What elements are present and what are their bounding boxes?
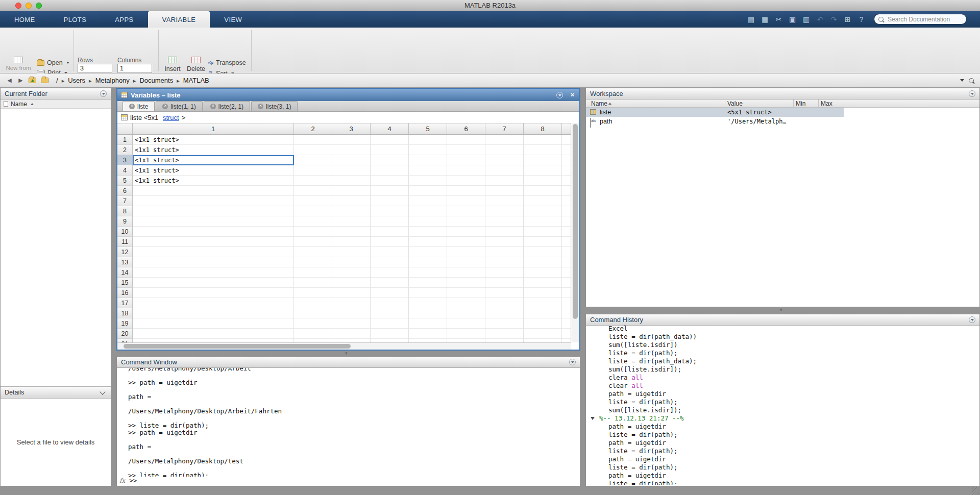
history-entry[interactable]: path = uigetdir xyxy=(586,472,978,480)
grid-cell[interactable] xyxy=(485,196,524,206)
grid-row-header[interactable]: 3 xyxy=(117,155,133,165)
variables-titlebar[interactable]: Variables – liste xyxy=(117,89,579,101)
grid-row-header[interactable]: 9 xyxy=(117,216,133,227)
grid-cell[interactable] xyxy=(133,278,294,288)
grid-cell[interactable] xyxy=(332,227,371,237)
grid-column-header[interactable]: 4 xyxy=(371,123,409,134)
grid-cell[interactable] xyxy=(485,237,524,247)
history-timestamp[interactable]: %-- 13.12.13 21:27 --% xyxy=(586,414,978,423)
grid-cell[interactable] xyxy=(485,247,524,257)
grid-cell[interactable] xyxy=(371,247,409,257)
paste-icon[interactable]: ▥ xyxy=(802,15,811,23)
close-tab-icon[interactable] xyxy=(210,104,216,109)
grid-row-header[interactable]: 1 xyxy=(117,135,133,145)
current-folder-list[interactable] xyxy=(1,109,111,386)
breadcrumb-segment[interactable]: MATLAB xyxy=(183,77,209,84)
grid-cell[interactable] xyxy=(447,257,485,267)
grid-cell[interactable] xyxy=(524,298,562,308)
grid-cell[interactable] xyxy=(294,267,332,278)
grid-cell[interactable] xyxy=(485,257,524,267)
tab-plots[interactable]: PLOTS xyxy=(50,11,101,28)
grid-cell[interactable] xyxy=(524,176,562,186)
function-hints-icon[interactable]: fx xyxy=(119,477,125,484)
grid-row-header[interactable]: 18 xyxy=(117,308,133,318)
grid-cell[interactable] xyxy=(524,247,562,257)
grid-cell[interactable] xyxy=(332,206,371,216)
grid-cell[interactable] xyxy=(524,196,562,206)
grid-cell[interactable] xyxy=(371,206,409,216)
grid-cell[interactable] xyxy=(409,318,447,329)
grid-cell[interactable] xyxy=(133,339,294,342)
variables-menu-icon[interactable] xyxy=(556,92,563,98)
forward-icon[interactable] xyxy=(17,77,24,84)
expand-details-icon[interactable] xyxy=(100,389,105,394)
command-history-menu-icon[interactable] xyxy=(969,316,975,323)
grid-cell[interactable] xyxy=(524,329,562,339)
grid-cell[interactable] xyxy=(332,135,371,145)
grid-cell[interactable] xyxy=(447,318,485,329)
close-tab-icon[interactable] xyxy=(258,104,263,109)
grid-cell[interactable] xyxy=(524,308,562,318)
history-entry[interactable]: liste = dir(path); xyxy=(586,447,978,455)
grid-row-header[interactable]: 4 xyxy=(117,165,133,176)
grid-cell[interactable] xyxy=(294,298,332,308)
grid-cell[interactable] xyxy=(524,278,562,288)
redo-icon[interactable]: ↷ xyxy=(829,15,838,23)
grid-cell[interactable] xyxy=(294,288,332,298)
grid-cell[interactable] xyxy=(409,176,447,186)
grid-row-header[interactable]: 14 xyxy=(117,267,133,278)
grid-cell[interactable] xyxy=(524,288,562,298)
grid-cell[interactable] xyxy=(371,135,409,145)
grid-cell[interactable] xyxy=(294,176,332,186)
grid-column-header[interactable]: 5 xyxy=(409,123,447,134)
grid-column-header[interactable]: 6 xyxy=(447,123,485,134)
grid-cell[interactable] xyxy=(133,247,294,257)
variables-close-icon[interactable] xyxy=(569,91,576,98)
grid-cell[interactable] xyxy=(133,298,294,308)
history-entry[interactable]: sum([liste.isdir]) xyxy=(586,341,978,349)
grid-row-header[interactable]: 17 xyxy=(117,298,133,308)
variables-tab[interactable]: liste(3, 1) xyxy=(251,101,298,111)
breadcrumb-segment[interactable]: Metalphony xyxy=(95,77,130,84)
history-entry[interactable]: sum([liste.isdir]); xyxy=(586,406,978,414)
grid-cell[interactable] xyxy=(524,145,562,155)
grid-cell[interactable] xyxy=(485,165,524,176)
grid-column-header[interactable]: 1 xyxy=(133,123,294,134)
grid-column-header[interactable]: 8 xyxy=(524,123,562,134)
command-prompt[interactable]: >> xyxy=(129,477,137,484)
history-entry[interactable]: path = uigetdir xyxy=(586,423,978,431)
horizontal-scrollbar-thumb[interactable] xyxy=(124,344,351,349)
grid-cell[interactable] xyxy=(485,288,524,298)
history-entry[interactable]: liste = dir(path); xyxy=(586,431,978,439)
grid-cell[interactable] xyxy=(485,135,524,145)
grid-cell[interactable] xyxy=(294,237,332,247)
grid-cell[interactable] xyxy=(371,155,409,165)
vertical-scrollbar[interactable] xyxy=(571,123,579,342)
grid-cell[interactable] xyxy=(332,318,371,329)
grid-cell[interactable] xyxy=(447,165,485,176)
grid-cell[interactable] xyxy=(524,227,562,237)
history-entry[interactable]: liste = dir(path); xyxy=(586,463,978,472)
grid-cell[interactable] xyxy=(294,135,332,145)
grid-row-header[interactable]: 2 xyxy=(117,145,133,155)
current-folder-menu-icon[interactable] xyxy=(100,90,107,97)
history-entry[interactable]: path = uigetdir xyxy=(586,439,978,447)
folder-up-icon[interactable] xyxy=(29,78,36,83)
grid-cell[interactable] xyxy=(294,308,332,318)
grid-cell[interactable] xyxy=(524,186,562,196)
splitter-collapse-icon[interactable] xyxy=(345,351,348,356)
grid-cell[interactable] xyxy=(409,257,447,267)
grid-cell[interactable] xyxy=(133,186,294,196)
history-entry[interactable]: clear all xyxy=(586,382,978,390)
grid-cell[interactable] xyxy=(133,318,294,329)
grid-cell[interactable] xyxy=(524,267,562,278)
history-entry[interactable]: clera all xyxy=(586,374,978,382)
grid-row-header[interactable]: 6 xyxy=(117,186,133,196)
grid-cell[interactable] xyxy=(294,339,332,342)
grid-cell[interactable] xyxy=(409,165,447,176)
grid-cell[interactable] xyxy=(294,155,332,165)
grid-cell[interactable] xyxy=(524,206,562,216)
grid-cell[interactable] xyxy=(332,298,371,308)
tab-apps[interactable]: APPS xyxy=(101,11,148,28)
grid-cell[interactable] xyxy=(294,247,332,257)
